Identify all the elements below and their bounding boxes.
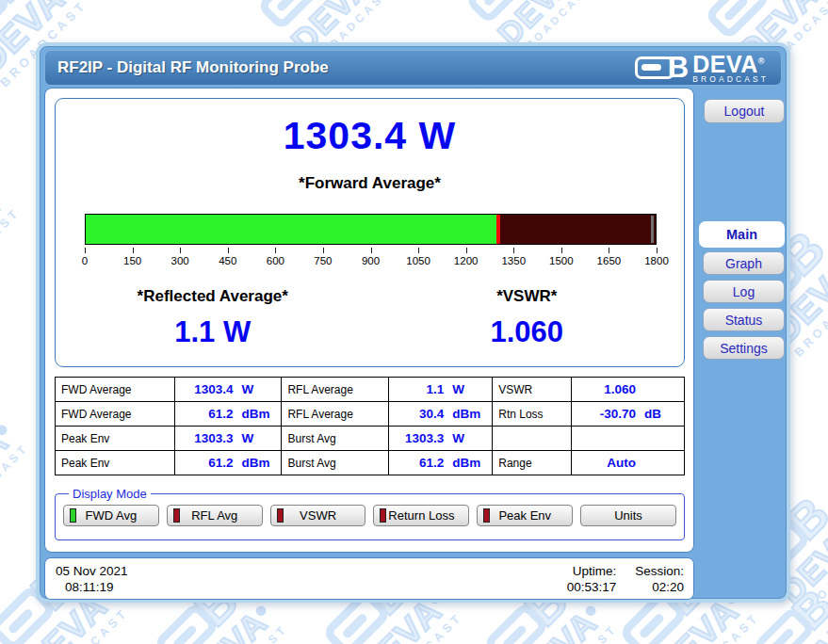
- display-mode-button-label: Units: [614, 508, 642, 523]
- table-value-cell: -30.70dB: [571, 402, 684, 427]
- table-label-cell: FWD Average: [56, 378, 175, 402]
- gauge-tick-mark: [418, 248, 419, 253]
- gauge-tick-mark: [371, 248, 372, 253]
- table-label-cell: Rtn Loss: [493, 402, 572, 427]
- table-value-cell: 30.4dBm: [389, 402, 493, 427]
- vswr-label: *VSWR*: [370, 287, 685, 306]
- table-label-cell: Range: [493, 451, 572, 475]
- table-value-cell: 61.2dBm: [174, 451, 282, 475]
- gauge-tick-label: 150: [123, 255, 141, 266]
- display-mode-button-label: RFL Avg: [191, 508, 237, 523]
- time-text: 08:11:19: [56, 579, 128, 595]
- power-bar-endcap: [651, 216, 654, 243]
- sidebar-tab-settings[interactable]: Settings: [703, 336, 785, 360]
- led-indicator-red: [483, 508, 490, 523]
- gauge-tick-label: 1500: [549, 255, 574, 266]
- table-value-cell: 1.060: [571, 378, 684, 402]
- deva-logo-d-icon: [635, 56, 674, 79]
- display-mode-button-label: Peak Env: [498, 508, 551, 523]
- power-bar-gauge: [85, 214, 657, 245]
- gauge-tick-label: 600: [267, 255, 284, 266]
- gauge-tick-mark: [133, 248, 134, 253]
- display-mode-button-fwd-avg[interactable]: FWD Avg: [63, 505, 159, 526]
- display-mode-button-label: VSWR: [300, 508, 336, 523]
- table-value-cell: 1303.4W: [174, 378, 282, 402]
- gauge-tick-label: 1650: [597, 255, 622, 266]
- main-content-panel: 1303.4 W *Forward Average* 0150300450600…: [44, 88, 694, 553]
- deva-brand-subtitle: BROADCAST: [692, 74, 769, 84]
- gauge-panel: 1303.4 W *Forward Average* 0150300450600…: [55, 98, 685, 367]
- status-bar: 05 Nov 2021 08:11:19 Uptime: 00:53:17 Se…: [44, 557, 694, 600]
- table-row: Peak Env61.2dBmBurst Avg61.2dBmRangeAuto: [56, 451, 685, 475]
- vswr-value: 1.060: [370, 315, 685, 349]
- table-label-cell: RFL Average: [282, 378, 389, 402]
- table-row: FWD Average61.2dBmRFL Average30.4dBmRtn …: [56, 402, 685, 427]
- table-label-cell: Burst Avg: [282, 451, 389, 475]
- deva-logo: B DEVA® BROADCAST: [635, 52, 769, 83]
- led-indicator-red: [173, 508, 180, 523]
- display-mode-button-units[interactable]: Units: [580, 505, 676, 526]
- led-indicator-red: [380, 508, 386, 523]
- table-value-cell: 1.1W: [389, 378, 493, 402]
- gauge-tick-marks: [85, 248, 657, 254]
- gauge-tick-mark: [323, 248, 324, 253]
- uptime-label: Uptime:: [567, 563, 617, 579]
- sidebar-tab-log[interactable]: Log: [703, 280, 785, 303]
- session-value: 02:20: [635, 579, 684, 595]
- table-label-cell: FWD Average: [56, 402, 175, 427]
- gauge-tick-label: 1050: [406, 255, 430, 266]
- display-mode-button-rfl-avg[interactable]: RFL Avg: [167, 505, 263, 526]
- sidebar-tab-status[interactable]: Status: [703, 308, 785, 331]
- forward-average-label: *Forward Average*: [56, 174, 684, 193]
- table-value-cell: Auto: [571, 451, 684, 475]
- page-title: RF2IP - Digital RF Monitoring Probe: [57, 58, 329, 77]
- gauge-tick-mark: [275, 248, 276, 253]
- table-value-cell: 1303.3W: [389, 427, 493, 451]
- gauge-tick-mark: [85, 248, 86, 253]
- logout-button-label: Logout: [724, 104, 765, 119]
- measurements-table: FWD Average1303.4WRFL Average1.1WVSWR1.0…: [55, 377, 685, 475]
- gauge-tick-label: 1800: [644, 255, 669, 266]
- gauge-tick-label: 1350: [501, 255, 526, 266]
- table-row: FWD Average1303.4WRFL Average1.1WVSWR1.0…: [56, 378, 685, 402]
- gauge-tick-mark: [228, 248, 229, 253]
- gauge-tick-mark: [180, 248, 181, 253]
- led-indicator-green: [70, 508, 76, 523]
- gauge-secondary-readouts: *Reflected Average* 1.1 W *VSWR* 1.060: [56, 287, 684, 349]
- power-bar-marker: [496, 215, 500, 244]
- display-mode-group: Display Mode FWD AvgRFL AvgVSWRReturn Lo…: [55, 487, 685, 540]
- gauge-tick-mark: [513, 248, 514, 253]
- display-mode-button-vswr[interactable]: VSWR: [270, 505, 366, 526]
- gauge-tick-labels: 0150300450600750900105012001350150016501…: [85, 255, 657, 268]
- deva-brand-name: DEVA®: [692, 52, 769, 73]
- gauge-tick-label: 900: [362, 255, 380, 266]
- table-label-cell: RFL Average: [282, 402, 389, 427]
- display-mode-buttons: FWD AvgRFL AvgVSWRReturn LossPeak EnvUni…: [63, 505, 676, 526]
- forward-average-value: 1303.4 W: [56, 114, 684, 158]
- gauge-tick-label: 0: [82, 255, 88, 266]
- session-label: Session:: [635, 563, 684, 579]
- measurements-table-body: FWD Average1303.4WRFL Average1.1WVSWR1.0…: [56, 378, 685, 475]
- table-label-cell: Peak Env: [56, 451, 175, 475]
- reflected-average-label: *Reflected Average*: [56, 287, 370, 306]
- gauge-tick-label: 750: [314, 255, 332, 266]
- logout-button[interactable]: Logout: [704, 99, 785, 123]
- table-value-cell: 61.2dBm: [174, 402, 282, 427]
- display-mode-button-peak-env[interactable]: Peak Env: [477, 505, 573, 526]
- sidebar-tab-graph[interactable]: Graph: [703, 251, 785, 275]
- reflected-average-value: 1.1 W: [56, 315, 370, 349]
- date-text: 05 Nov 2021: [56, 563, 128, 579]
- sidebar-tab-main[interactable]: Main: [699, 221, 785, 248]
- gauge-tick-label: 1200: [454, 255, 479, 266]
- table-row: Peak Env1303.3WBurst Avg1303.3W: [56, 427, 685, 451]
- led-indicator-red: [277, 508, 284, 523]
- display-mode-button-return-loss[interactable]: Return Loss: [373, 505, 469, 526]
- app-window: RF2IP - Digital RF Monitoring Probe B DE…: [36, 42, 790, 603]
- gauge-tick-label: 450: [219, 255, 236, 266]
- power-bar-fill: [86, 215, 498, 244]
- gauge-tick-mark: [466, 248, 467, 253]
- gauge-tick-mark: [657, 248, 658, 253]
- gauge-tick-mark: [561, 248, 562, 253]
- display-mode-button-label: FWD Avg: [86, 508, 138, 523]
- uptime-value: 00:53:17: [567, 579, 617, 595]
